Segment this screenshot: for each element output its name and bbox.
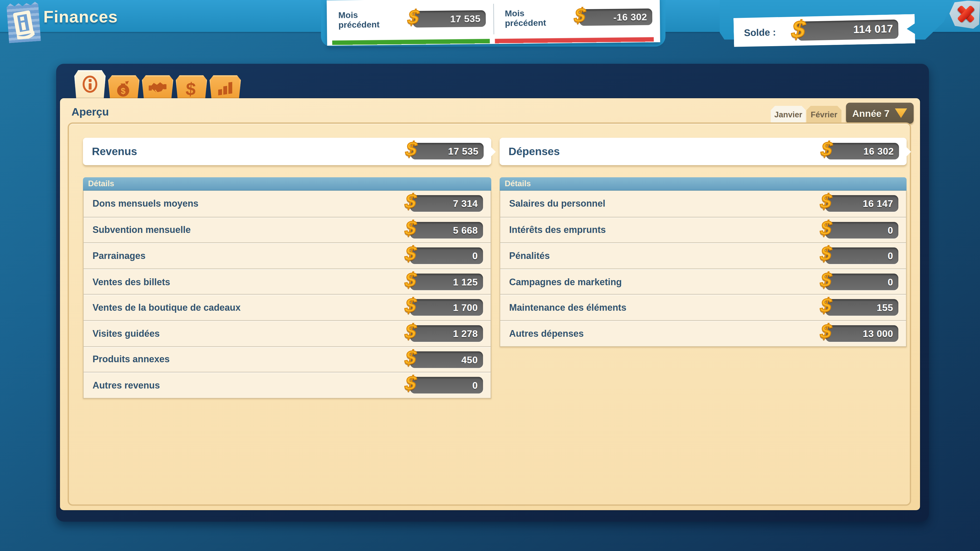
- month-button-fevrier[interactable]: Février: [807, 106, 842, 123]
- year-dropdown[interactable]: Année 7: [846, 103, 914, 124]
- amount-pill: $1 125: [410, 273, 483, 290]
- prev-month-income-label: Mois précédent: [338, 10, 393, 30]
- row-label: Ventes des billets: [93, 276, 170, 287]
- row-label: Autres dépenses: [509, 328, 584, 338]
- finances-ledger-icon: [6, 2, 41, 43]
- expenses-total-pill: $ 16 302: [826, 143, 899, 159]
- list-item: Ventes des billets$1 125: [84, 268, 491, 294]
- amount-value: 0: [888, 251, 893, 262]
- row-label: Parrainages: [93, 251, 146, 261]
- dollar-icon: $: [820, 139, 833, 159]
- month-button-janvier[interactable]: Janvier: [771, 106, 806, 123]
- tab-charts[interactable]: [209, 75, 241, 100]
- dollar-icon: $: [819, 191, 832, 211]
- amount-value: 155: [877, 302, 893, 313]
- window-title: Finances: [43, 7, 118, 27]
- bar-chart-icon: [216, 80, 234, 97]
- income-title: Revenus: [92, 145, 137, 158]
- list-item: Subvention mensuelle$5 668: [84, 217, 491, 242]
- dollar-icon: $: [819, 295, 832, 315]
- row-label: Visites guidées: [93, 328, 160, 338]
- dollar-icon: $: [407, 7, 420, 27]
- amount-pill: $155: [826, 299, 898, 316]
- amount-pill: $0: [410, 377, 483, 394]
- money-bag-icon: $: [116, 80, 132, 98]
- tab-income[interactable]: $: [108, 75, 140, 100]
- row-label: Salaires du personnel: [509, 198, 605, 209]
- amount-value: 450: [461, 354, 478, 365]
- dollar-icon: $: [819, 270, 832, 289]
- amount-value: 5 668: [453, 224, 478, 235]
- list-item: Autres dépenses$13 000: [500, 320, 906, 346]
- dollar-icon: $: [404, 244, 417, 264]
- list-item: Visites guidées$1 278: [84, 320, 491, 346]
- list-item: Salaires du personnel$16 147: [500, 191, 906, 217]
- dollar-icon: $: [404, 270, 417, 289]
- row-label: Dons mensuels moyens: [93, 198, 199, 209]
- prev-month-expense-value: -16 302: [613, 11, 647, 23]
- amount-pill: $5 668: [410, 222, 483, 238]
- dollar-icon: $: [183, 80, 200, 99]
- amount-pill: $ 17 535: [413, 10, 486, 27]
- svg-text:$: $: [121, 86, 125, 96]
- overview-content: Revenus $ 17 535 Détails Dons mensuels m…: [68, 122, 911, 506]
- row-label: Maintenance des éléments: [509, 302, 626, 313]
- list-item: Ventes de la boutique de cadeaux$1 700: [84, 294, 491, 320]
- dollar-icon: $: [573, 5, 586, 25]
- dollar-icon: $: [819, 244, 832, 264]
- tab-sponsorship[interactable]: [142, 75, 173, 100]
- expenses-total-value: 16 302: [863, 146, 894, 157]
- row-label: Pénalités: [509, 251, 550, 261]
- amount-pill: $0: [826, 222, 898, 238]
- list-item: Intérêts des emprunts$0: [500, 217, 906, 242]
- amount-value: 16 147: [863, 198, 893, 209]
- list-item: Maintenance des éléments$155: [500, 294, 906, 320]
- income-details-header: Détails: [83, 177, 491, 191]
- chevron-down-icon: [894, 108, 907, 118]
- dollar-icon: $: [819, 321, 832, 341]
- list-item: Parrainages$0: [84, 242, 491, 268]
- tab-loans[interactable]: $: [176, 75, 207, 100]
- amount-pill: $1 700: [410, 299, 483, 316]
- dollar-icon: $: [404, 218, 417, 238]
- amount-value: 0: [473, 380, 478, 391]
- dollar-icon: $: [404, 191, 417, 211]
- row-label: Ventes de la boutique de cadeaux: [93, 302, 241, 313]
- svg-text:$: $: [185, 80, 196, 99]
- section-title: Aperçu: [72, 106, 109, 119]
- dollar-icon: $: [405, 139, 418, 159]
- expenses-details-header: Détails: [500, 177, 907, 191]
- list-item: Pénalités$0: [500, 242, 906, 268]
- amount-value: 0: [888, 276, 893, 287]
- amount-pill: $7 314: [410, 195, 483, 212]
- expenses-list: Salaires du personnel$16 147Intérêts des…: [500, 191, 907, 347]
- amount-pill: $0: [826, 273, 898, 290]
- row-label: Autres revenus: [93, 380, 160, 390]
- amount-value: 0: [473, 251, 478, 262]
- expenses-title: Dépenses: [509, 145, 560, 158]
- year-label: Année 7: [853, 108, 890, 119]
- amount-pill: $ -16 302: [579, 8, 652, 26]
- dollar-icon: $: [404, 321, 417, 341]
- row-label: Intérêts des emprunts: [509, 225, 606, 235]
- tab-overview[interactable]: [74, 70, 106, 100]
- amount-pill: $16 147: [826, 195, 898, 212]
- amount-value: 1 278: [453, 328, 478, 339]
- list-item: Produits annexes$450: [84, 346, 491, 372]
- resize-handle[interactable]: [952, 550, 980, 551]
- prev-month-income-value: 17 535: [450, 13, 481, 24]
- income-column: Revenus $ 17 535 Détails Dons mensuels m…: [83, 138, 491, 399]
- amount-value: 1 700: [453, 302, 478, 313]
- list-item: Dons mensuels moyens$7 314: [84, 191, 491, 217]
- dollar-icon: $: [819, 218, 832, 238]
- income-header: Revenus $ 17 535: [83, 138, 491, 165]
- prev-month-expense-label: Mois précédent: [505, 8, 560, 28]
- info-icon: [82, 75, 98, 94]
- handshake-icon: [149, 80, 167, 97]
- balance-value: 114 017: [853, 23, 894, 36]
- amount-value: 13 000: [863, 328, 893, 339]
- income-total-value: 17 535: [448, 146, 479, 157]
- list-item: Autres revenus$0: [84, 372, 491, 398]
- overview-panel: Aperçu Janvier Février Année 7 Revenus $…: [60, 98, 920, 510]
- amount-value: 0: [888, 224, 893, 235]
